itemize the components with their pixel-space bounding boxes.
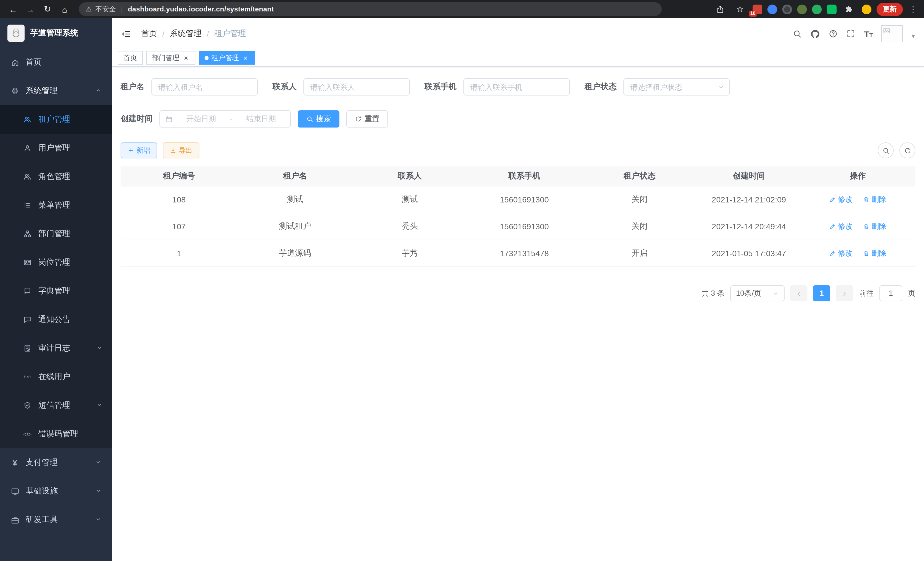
sidebar-item-dept[interactable]: 部门管理 bbox=[0, 220, 112, 248]
sidebar-item-role[interactable]: 角色管理 bbox=[0, 162, 112, 191]
avatar[interactable] bbox=[881, 25, 903, 42]
date-end-placeholder: 结束日期 bbox=[237, 114, 285, 124]
user-icon bbox=[23, 144, 32, 152]
extension-icon-4[interactable] bbox=[797, 4, 807, 14]
sidebar-item-pay[interactable]: ¥ 支付管理 bbox=[0, 448, 112, 477]
chrome-update-button[interactable]: 更新 bbox=[877, 3, 903, 16]
breadcrumb-system[interactable]: 系统管理 bbox=[170, 29, 202, 39]
browser-forward-icon[interactable]: → bbox=[23, 2, 38, 17]
extension-badge: 10 bbox=[749, 11, 757, 16]
reset-button[interactable]: 重置 bbox=[346, 110, 388, 128]
page-size-select[interactable]: 10条/页 bbox=[730, 285, 784, 301]
delete-link[interactable]: 删除 bbox=[863, 248, 886, 258]
refresh-button[interactable] bbox=[899, 142, 915, 158]
tab-tenant[interactable]: 租户管理 × bbox=[199, 51, 255, 65]
mobile-input[interactable] bbox=[464, 78, 570, 96]
extension-icon-1[interactable]: 10 bbox=[753, 4, 762, 14]
edit-link[interactable]: 修改 bbox=[829, 221, 853, 231]
url-text[interactable]: dashboard.yudao.iocoder.cn/system/tenant bbox=[128, 5, 274, 13]
sidebar-item-audit-log[interactable]: 审计日志 bbox=[0, 334, 112, 362]
app-logo[interactable]: 芋道管理系统 bbox=[0, 18, 112, 48]
sidebar-item-post[interactable]: 岗位管理 bbox=[0, 248, 112, 277]
browser-reload-icon[interactable]: ↻ bbox=[40, 2, 55, 17]
delete-link[interactable]: 删除 bbox=[863, 221, 886, 231]
browser-menu-icon[interactable]: ⋮ bbox=[908, 5, 918, 14]
tenant-table: 租户编号 租户名 联系人 联系手机 租户状态 创建时间 操作 108 测试 bbox=[121, 166, 915, 267]
sidebar-item-devtool[interactable]: 研发工具 bbox=[0, 505, 112, 534]
log-icon bbox=[23, 344, 32, 352]
sidebar-item-sms[interactable]: 短信管理 bbox=[0, 391, 112, 420]
browser-back-icon[interactable]: ← bbox=[6, 2, 21, 17]
sidebar-item-notice[interactable]: 通知公告 bbox=[0, 305, 112, 334]
url-bar[interactable]: ⚠ 不安全 | dashboard.yudao.iocoder.cn/syste… bbox=[79, 2, 662, 16]
profile-avatar[interactable] bbox=[862, 4, 872, 14]
col-mobile: 联系手机 bbox=[467, 166, 582, 186]
browser-chrome: ← → ↻ ⌂ ⚠ 不安全 | dashboard.yudao.iocoder.… bbox=[0, 0, 924, 18]
current-page-button[interactable]: 1 bbox=[813, 285, 830, 301]
header-actions: TT ▾ bbox=[793, 25, 915, 42]
yen-icon: ¥ bbox=[10, 458, 20, 467]
date-range-picker[interactable]: 开始日期 - 结束日期 bbox=[159, 110, 291, 128]
edit-link[interactable]: 修改 bbox=[829, 194, 853, 205]
app-header: 首页 / 系统管理 / 租户管理 TT ▾ bbox=[112, 18, 924, 49]
status-select[interactable] bbox=[623, 78, 730, 96]
contact-input[interactable] bbox=[303, 78, 410, 96]
url-divider: | bbox=[121, 5, 123, 13]
next-page-button[interactable]: › bbox=[836, 285, 853, 301]
col-contact: 联系人 bbox=[352, 166, 467, 186]
sidebar-item-system[interactable]: ⚙ 系统管理 bbox=[0, 77, 112, 105]
add-button[interactable]: 新增 bbox=[121, 142, 157, 158]
sidebar-item-online-user[interactable]: 在线用户 bbox=[0, 362, 112, 391]
goto-page-input[interactable] bbox=[879, 285, 902, 301]
sidebar-item-home[interactable]: 首页 bbox=[0, 48, 112, 77]
prev-page-button[interactable]: ‹ bbox=[790, 285, 807, 301]
tab-dept[interactable]: 部门管理 × bbox=[146, 51, 195, 65]
idcard-icon bbox=[23, 259, 32, 266]
col-created: 创建时间 bbox=[698, 166, 800, 186]
extension-icon-2[interactable] bbox=[767, 4, 777, 14]
browser-home-icon[interactable]: ⌂ bbox=[57, 2, 72, 17]
export-button[interactable]: 导出 bbox=[163, 142, 200, 158]
font-size-icon[interactable]: TT bbox=[864, 29, 873, 39]
col-tenant-name: 租户名 bbox=[237, 166, 352, 186]
toggle-search-button[interactable] bbox=[878, 142, 894, 158]
extension-icon-5[interactable] bbox=[812, 4, 822, 14]
chevron-up-icon bbox=[95, 86, 102, 96]
bookmark-star-icon[interactable]: ☆ bbox=[733, 2, 747, 17]
sidebar-item-user[interactable]: 用户管理 bbox=[0, 134, 112, 162]
close-icon[interactable]: × bbox=[242, 54, 249, 62]
chevron-down-icon bbox=[96, 401, 103, 410]
sidebar-fold-icon[interactable] bbox=[121, 29, 131, 39]
help-icon[interactable] bbox=[829, 29, 838, 38]
sidebar-item-menu[interactable]: 菜单管理 bbox=[0, 191, 112, 220]
tab-home[interactable]: 首页 bbox=[118, 51, 143, 65]
signal-icon bbox=[23, 373, 32, 381]
chevron-down-icon bbox=[95, 487, 102, 496]
search-button[interactable]: 搜索 bbox=[298, 110, 339, 128]
sidebar-item-tenant[interactable]: 租户管理 bbox=[0, 105, 112, 134]
tenant-name-input[interactable] bbox=[152, 78, 258, 96]
col-actions: 操作 bbox=[800, 166, 915, 186]
delete-link[interactable]: 删除 bbox=[863, 194, 886, 205]
table-row: 108 测试 测试 15601691300 关闭 2021-12-14 21:0… bbox=[121, 186, 915, 213]
sidebar-item-error-code[interactable]: </> 错误码管理 bbox=[0, 420, 112, 448]
total-count: 共 3 条 bbox=[701, 288, 724, 298]
screen: ← → ↻ ⌂ ⚠ 不安全 | dashboard.yudao.iocoder.… bbox=[0, 0, 924, 561]
avatar-caret-icon[interactable]: ▾ bbox=[912, 33, 915, 40]
share-icon[interactable] bbox=[712, 2, 728, 17]
extension-icon-6[interactable] bbox=[827, 4, 837, 14]
search-icon[interactable] bbox=[793, 29, 802, 38]
users-icon bbox=[23, 116, 32, 123]
breadcrumb-home[interactable]: 首页 bbox=[141, 29, 157, 39]
edit-link[interactable]: 修改 bbox=[829, 248, 853, 258]
list-icon bbox=[23, 201, 32, 209]
close-icon[interactable]: × bbox=[182, 54, 190, 62]
sidebar-item-dict[interactable]: 字典管理 bbox=[0, 277, 112, 305]
fullscreen-icon[interactable] bbox=[846, 29, 855, 38]
security-label[interactable]: 不安全 bbox=[95, 4, 116, 14]
chevron-down-icon bbox=[772, 290, 779, 296]
sidebar-item-infra[interactable]: 基础设施 bbox=[0, 477, 112, 505]
extension-icon-3[interactable] bbox=[782, 4, 792, 14]
extensions-puzzle-icon[interactable] bbox=[842, 2, 856, 17]
github-icon[interactable] bbox=[810, 29, 820, 39]
